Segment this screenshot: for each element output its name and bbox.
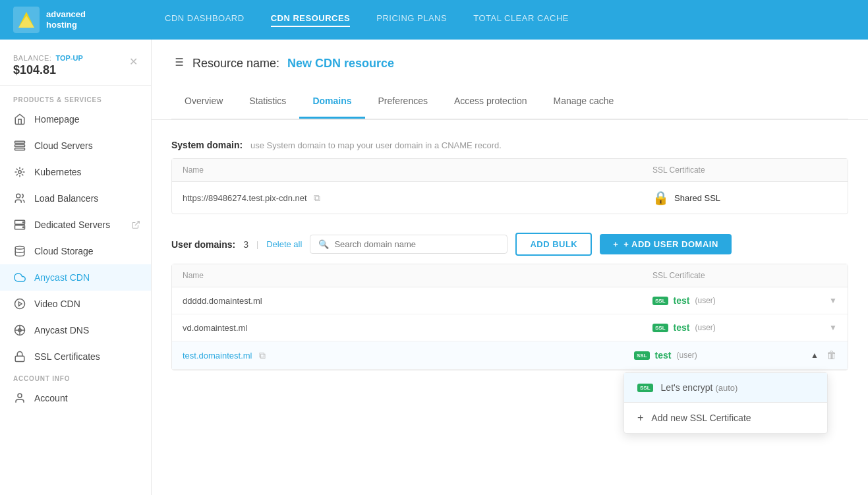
sidebar-item-anycast-dns[interactable]: Anycast DNS (0, 317, 151, 343)
nav-cdn-resources[interactable]: CDN RESOURCES (271, 13, 351, 27)
plus-icon-add: + (613, 239, 618, 249)
search-input[interactable] (334, 239, 499, 249)
search-icon: 🔍 (318, 239, 329, 249)
dedicated-servers-icon (13, 218, 26, 231)
video-cdn-icon (13, 297, 26, 310)
sidebar-item-cloud-servers[interactable]: Cloud Servers (0, 132, 151, 159)
ssl-label-2: test (655, 350, 672, 361)
tab-overview[interactable]: Overview (171, 85, 236, 119)
home-icon (13, 113, 26, 126)
chevron-down-icon-1[interactable]: ▼ (829, 323, 837, 332)
nav-cdn-dashboard[interactable]: CDN DASHBOARD (165, 13, 245, 27)
dropdown-item-add-ssl[interactable]: + Add new SSL Certificate (624, 403, 827, 433)
tabs: Overview Statistics Domains Preferences … (171, 85, 848, 119)
filter-icon (171, 55, 185, 72)
ssl-label-0: test (674, 295, 690, 306)
sidebar-item-dedicated-servers[interactable]: Dedicated Servers (0, 212, 151, 238)
resource-header-area: Resource name: New CDN resource Overview… (152, 40, 868, 120)
system-domain-table: Name SSL Certificate https://89486274.te… (171, 158, 848, 214)
ssl-sub-1: (user) (695, 323, 715, 332)
ssl-dropdown: SSL Let's encrypt (auto) + Add new SSL C… (623, 372, 828, 434)
user-col-name-header: Name (183, 271, 652, 280)
ssl-sub-0: (user) (695, 296, 715, 305)
domain-row-wrap-2: test.domaintest.ml ⧉ SSL test (user) ▲ 🗑 (172, 341, 848, 370)
tab-statistics[interactable]: Statistics (236, 85, 299, 119)
nav-pricing-plans[interactable]: PRICING PLANS (376, 13, 447, 27)
sidebar-label-load-balancers: Load Balancers (34, 193, 98, 204)
svg-point-21 (18, 393, 22, 397)
delete-all-button[interactable]: Delete all (266, 239, 302, 249)
system-domain-desc: use System domain to map your user domai… (250, 140, 502, 150)
user-domains-title: User domains: (171, 239, 235, 250)
account-icon (13, 392, 26, 405)
svg-marker-15 (19, 302, 22, 306)
copy-icon[interactable]: ⧉ (314, 192, 320, 204)
ssl-label-1: test (674, 322, 690, 333)
dropdown-item-letsencrypt[interactable]: SSL Let's encrypt (auto) (624, 373, 827, 403)
sidebar-label-cloud-servers: Cloud Servers (34, 140, 93, 151)
sidebar-label-video-cdn: Video CDN (34, 299, 80, 309)
sidebar-item-cloud-storage[interactable]: Cloud Storage (0, 238, 151, 264)
tab-domains[interactable]: Domains (299, 85, 364, 119)
ssl-cell-1: SSL test (user) ▼ (652, 322, 837, 333)
col-ssl-header: SSL Certificate (652, 165, 837, 175)
sidebar-item-anycast-cdn[interactable]: Anycast CDN (0, 264, 151, 291)
svg-point-11 (23, 227, 24, 228)
add-bulk-button[interactable]: ADD BULK (515, 233, 592, 256)
sidebar-label-homepage: Homepage (34, 114, 80, 125)
logo-area: advanced hosting (13, 7, 165, 33)
main-content: Resource name: New CDN resource Overview… (152, 40, 868, 495)
system-domain-section: System domain: use System domain to map … (171, 140, 848, 214)
copy-icon-2[interactable]: ⧉ (259, 350, 266, 361)
user-col-ssl-header: SSL Certificate (652, 271, 837, 280)
user-domains-section: User domains: 3 | Delete all 🔍 ADD BULK … (171, 233, 848, 370)
tab-access-protection[interactable]: Access protection (441, 85, 540, 119)
lets-encrypt-auto: (auto) (715, 383, 738, 393)
sidebar-label-dedicated-servers: Dedicated Servers (34, 219, 110, 230)
system-domain-table-header: Name SSL Certificate (172, 159, 848, 182)
resource-name: New CDN resource (287, 57, 394, 71)
sidebar-item-account[interactable]: Account (0, 385, 151, 411)
system-domain-url: https://89486274.test.pix-cdn.net ⧉ (183, 192, 652, 204)
trash-icon-2[interactable]: 🗑 (826, 349, 837, 361)
user-domains-count: 3 (243, 239, 248, 250)
user-domains-header: User domains: 3 | Delete all 🔍 ADD BULK … (171, 233, 848, 256)
chevron-down-icon-0[interactable]: ▼ (829, 296, 837, 305)
svg-point-6 (18, 171, 22, 174)
cloud-servers-icon (13, 139, 26, 152)
balance-topup[interactable]: TOP-UP (55, 54, 82, 62)
sidebar-label-ssl-certificates: SSL Certificates (34, 351, 100, 362)
sidebar-item-kubernetes[interactable]: Kubernetes (0, 159, 151, 185)
anycast-dns-icon (13, 324, 26, 337)
sidebar-label-kubernetes: Kubernetes (34, 167, 82, 177)
svg-point-14 (15, 299, 25, 309)
nav-total-clear-cache[interactable]: TOTAL CLEAR CACHE (473, 13, 569, 27)
sidebar-item-homepage[interactable]: Homepage (0, 106, 151, 132)
balance-amount: $104.81 (13, 63, 83, 77)
top-nav: advanced hosting CDN DASHBOARD CDN RESOU… (0, 0, 868, 40)
sidebar-item-ssl-certificates[interactable]: SSL Certificates (0, 343, 151, 370)
chevron-up-icon-2[interactable]: ▲ (811, 351, 819, 360)
logo-icon (13, 7, 40, 33)
sidebar-label-account: Account (34, 393, 68, 403)
sidebar-item-load-balancers[interactable]: Load Balancers (0, 185, 151, 212)
ssl-badge-0: SSL (652, 297, 668, 305)
sidebar-label-anycast-cdn: Anycast CDN (34, 272, 90, 283)
system-ssl-cell: 🔒 Shared SSL (652, 190, 837, 206)
svg-rect-3 (15, 141, 25, 143)
system-domain-title: System domain: (171, 140, 243, 150)
load-balancers-icon (13, 192, 26, 205)
user-domains-table: Name SSL Certificate ddddd.domaintest.ml… (171, 264, 848, 370)
ssl-lock-icon: 🔒 (652, 190, 669, 206)
tab-preferences[interactable]: Preferences (365, 85, 441, 119)
lets-encrypt-label: Let's encrypt (661, 382, 713, 393)
tab-manage-cache[interactable]: Manage cache (540, 85, 627, 119)
close-button[interactable]: ✕ (129, 55, 138, 68)
sidebar-label-cloud-storage: Cloud Storage (34, 246, 94, 256)
ssl-badge-1: SSL (652, 324, 668, 332)
anycast-cdn-icon (13, 271, 26, 284)
svg-point-7 (16, 194, 20, 198)
sidebar-item-video-cdn[interactable]: Video CDN (0, 291, 151, 317)
add-user-domain-button[interactable]: + + ADD USER DOMAIN (600, 234, 732, 254)
cloud-storage-icon (13, 245, 26, 258)
